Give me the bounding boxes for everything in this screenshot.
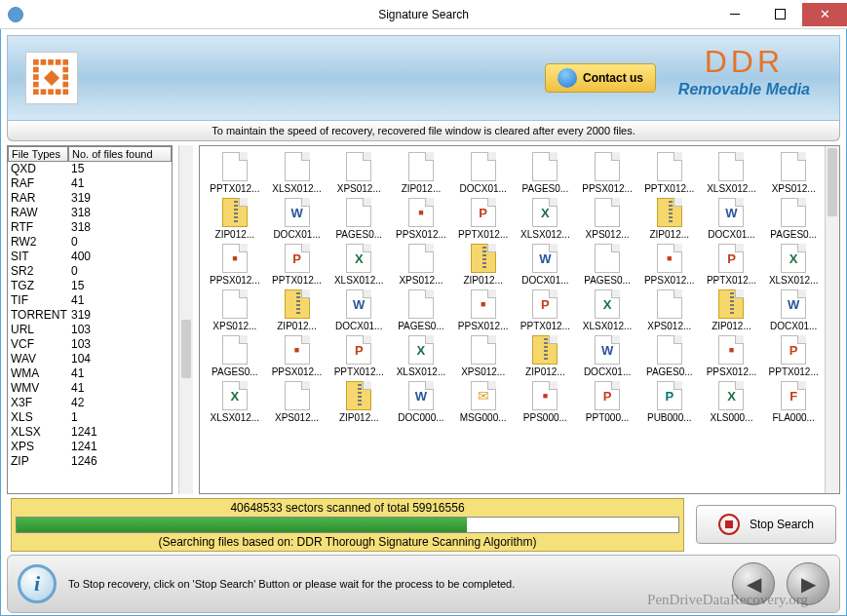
file-type-row[interactable]: RAR319 (8, 191, 172, 206)
file-item[interactable]: FLA000... (762, 379, 825, 423)
file-item[interactable]: XPS012... (327, 150, 390, 194)
file-item[interactable]: ZIP012... (327, 379, 390, 423)
file-type-row[interactable]: XLS1 (8, 410, 172, 425)
contact-icon (558, 68, 577, 88)
file-item[interactable]: PPSX012... (390, 196, 452, 240)
file-item[interactable]: MSG000... (452, 379, 515, 423)
file-type-row[interactable]: TGZ15 (8, 279, 172, 293)
file-type-row[interactable]: XPS1241 (8, 440, 172, 454)
file-item[interactable]: PPSX012... (576, 150, 638, 194)
file-item[interactable]: ZIP012... (390, 150, 452, 194)
file-item[interactable]: PAGES0... (762, 196, 825, 240)
file-item[interactable]: XPS012... (452, 333, 515, 377)
file-type-row[interactable]: RAF41 (8, 176, 172, 191)
file-item[interactable]: XLSX012... (204, 379, 266, 423)
progress-bar (16, 517, 679, 533)
file-item[interactable]: XLS000... (701, 379, 763, 423)
file-item[interactable]: ZIP012... (204, 196, 266, 240)
file-item[interactable]: PPTX012... (327, 333, 390, 377)
file-type-row[interactable]: URL103 (8, 323, 172, 337)
file-type-row[interactable]: WMV41 (8, 381, 172, 396)
file-item[interactable]: XPS012... (390, 242, 452, 286)
file-item[interactable]: XPS012... (204, 288, 266, 331)
file-types-list[interactable]: QXD15RAF41RAR319RAW318RTF318RW20SIT400SR… (8, 162, 172, 493)
main-splitter-track[interactable] (178, 145, 193, 494)
file-item[interactable]: XPS012... (762, 150, 825, 194)
brand-name: DDR (678, 46, 810, 77)
file-item[interactable]: PPTX012... (452, 196, 515, 240)
file-type-row[interactable]: XLSX1241 (8, 425, 172, 440)
file-item[interactable]: PPS000... (515, 379, 577, 423)
file-item[interactable]: ZIP012... (515, 333, 577, 377)
file-item[interactable]: PAGES0... (327, 196, 390, 240)
file-item[interactable]: XLSX012... (390, 333, 452, 377)
file-item[interactable]: PPTX012... (762, 333, 825, 377)
file-item[interactable]: XLSX012... (762, 242, 825, 286)
file-item[interactable]: DOCX01... (701, 196, 763, 240)
file-type-row[interactable]: TORRENT319 (8, 308, 172, 323)
file-item[interactable]: ZIP012... (701, 288, 763, 331)
files-scrollbar[interactable] (825, 146, 839, 493)
file-type-row[interactable]: RW20 (8, 235, 172, 250)
file-item[interactable]: PPSX012... (701, 333, 763, 377)
file-item[interactable]: PPT000... (576, 379, 638, 423)
file-item[interactable]: PPTX012... (204, 150, 266, 194)
file-item[interactable]: XLSX012... (576, 288, 638, 331)
file-item[interactable]: PPSX012... (638, 242, 701, 286)
file-item[interactable]: ZIP012... (638, 196, 701, 240)
file-item[interactable]: PPSX012... (204, 242, 266, 286)
file-item[interactable]: XLSX012... (701, 150, 763, 194)
file-item[interactable]: XPS012... (576, 196, 638, 240)
maximize-button[interactable] (757, 3, 802, 26)
contact-us-button[interactable]: Contact us (545, 63, 656, 93)
file-item[interactable]: PPTX012... (701, 242, 763, 286)
file-item[interactable]: PAGES0... (390, 288, 452, 331)
file-item[interactable]: PAGES0... (638, 333, 701, 377)
file-item[interactable]: PPSX012... (452, 288, 515, 331)
info-icon: i (18, 564, 57, 603)
file-item[interactable]: ZIP012... (452, 242, 515, 286)
file-item[interactable]: PPTX012... (515, 288, 577, 331)
file-item[interactable]: DOCX01... (452, 150, 515, 194)
file-item[interactable]: PAGES0... (515, 150, 577, 194)
file-item[interactable]: DOCX01... (266, 196, 328, 240)
file-item[interactable]: PPTX012... (266, 242, 328, 286)
file-item[interactable]: XLSX012... (515, 196, 577, 240)
file-item[interactable]: PPSX012... (266, 333, 328, 377)
col-file-types[interactable]: File Types (8, 146, 68, 162)
col-files-found[interactable]: No. of files found (68, 146, 172, 162)
file-type-row[interactable]: WMA41 (8, 366, 172, 381)
next-button[interactable]: ▶ (787, 562, 829, 605)
file-item[interactable]: PUB000... (638, 379, 701, 423)
minimize-button[interactable] (712, 3, 757, 26)
file-item[interactable]: PAGES0... (204, 333, 266, 377)
file-type-row[interactable]: TIF41 (8, 293, 172, 308)
file-item[interactable]: ZIP012... (266, 288, 328, 331)
file-item[interactable]: XPS012... (266, 379, 328, 423)
file-item[interactable]: DOC000... (390, 379, 452, 423)
file-type-row[interactable]: VCF103 (8, 337, 172, 352)
file-item[interactable]: DOCX01... (762, 288, 825, 331)
file-item[interactable]: XPS012... (638, 288, 701, 331)
file-type-row[interactable]: WAV104 (8, 352, 172, 366)
files-grid[interactable]: PPTX012...XLSX012...XPS012...ZIP012...DO… (200, 146, 825, 493)
stop-search-button[interactable]: Stop Search (696, 505, 836, 544)
files-panel: PPTX012...XLSX012...XPS012...ZIP012...DO… (199, 145, 840, 494)
file-item[interactable]: PPTX012... (638, 150, 701, 194)
file-item[interactable]: PAGES0... (576, 242, 638, 286)
file-item[interactable]: DOCX01... (327, 288, 390, 331)
file-type-row[interactable]: QXD15 (8, 162, 172, 176)
file-type-row[interactable]: RTF318 (8, 220, 172, 235)
file-type-row[interactable]: ZIP1246 (8, 454, 172, 469)
back-button[interactable]: ◀ (732, 562, 775, 605)
file-item[interactable]: XLSX012... (266, 150, 328, 194)
file-type-row[interactable]: X3F42 (8, 396, 172, 410)
file-item[interactable]: XLSX012... (327, 242, 390, 286)
close-button[interactable] (802, 3, 847, 26)
file-type-row[interactable]: RAW318 (8, 206, 172, 220)
file-type-row[interactable]: SR20 (8, 264, 172, 279)
file-type-row[interactable]: SIT400 (8, 250, 172, 264)
svg-rect-6 (62, 67, 68, 73)
file-item[interactable]: DOCX01... (576, 333, 638, 377)
file-item[interactable]: DOCX01... (515, 242, 577, 286)
